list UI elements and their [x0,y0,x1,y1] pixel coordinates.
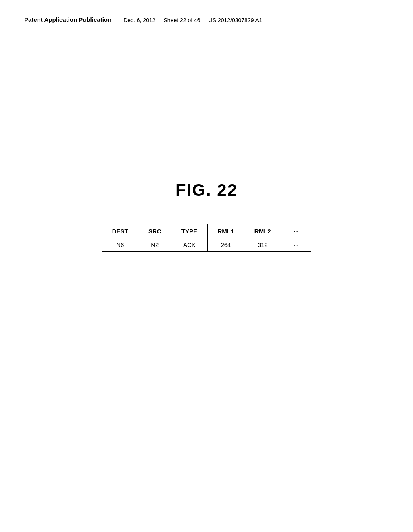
cell-src: N2 [138,238,171,252]
cell-type: ACK [171,238,208,252]
table-container: DEST SRC TYPE RML1 RML2 ··· N6 N2 ACK 26… [0,224,413,252]
cell-dest: N6 [102,238,138,252]
figure-label: FIG. 22 [175,181,238,200]
page-header: Patent Application Publication Dec. 6, 2… [0,0,413,27]
figure-label-container: FIG. 22 [0,181,413,200]
col-header-dest: DEST [102,224,138,238]
col-header-src: SRC [138,224,171,238]
page: Patent Application Publication Dec. 6, 2… [0,0,413,532]
header-patent: US 2012/0307829 A1 [209,17,262,23]
header-sheet: Sheet 22 of 46 [164,17,200,23]
col-header-more: ··· [281,224,311,238]
cell-rml2: 312 [244,238,281,252]
cell-rml1: 264 [207,238,244,252]
table-header-row: DEST SRC TYPE RML1 RML2 ··· [102,224,311,238]
publication-label: Patent Application Publication [24,16,111,23]
col-header-type: TYPE [171,224,208,238]
cell-more: ··· [281,238,311,252]
col-header-rml2: RML2 [244,224,281,238]
header-date: Dec. 6, 2012 [123,17,155,23]
table-row: N6 N2 ACK 264 312 ··· [102,238,311,252]
data-table: DEST SRC TYPE RML1 RML2 ··· N6 N2 ACK 26… [102,224,311,252]
col-header-rml1: RML1 [207,224,244,238]
